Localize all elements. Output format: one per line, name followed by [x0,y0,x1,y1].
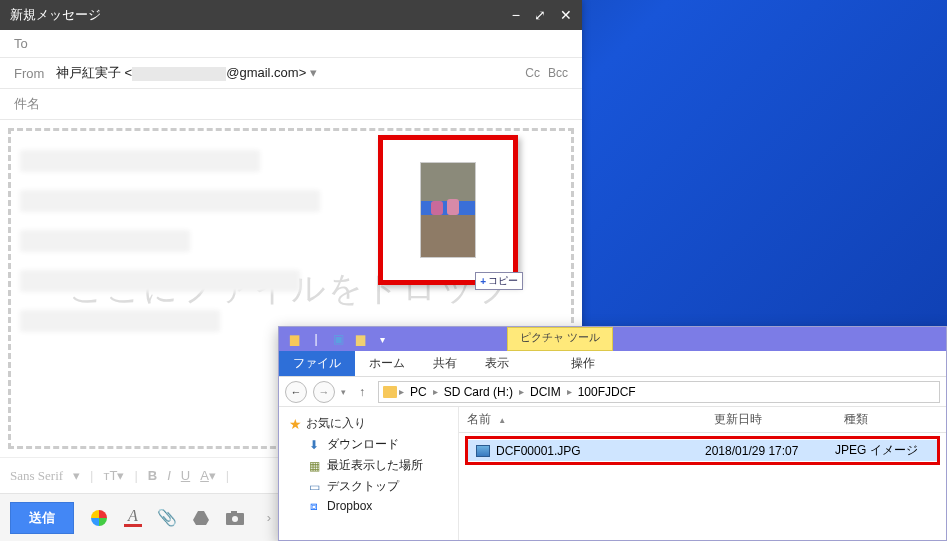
chevron-right-icon[interactable]: ▸ [433,386,438,397]
sidebar-item-dropbox[interactable]: ⧈ Dropbox [283,497,454,515]
recent-icon: ▦ [307,459,321,473]
qa-overflow-icon[interactable]: ▾ [373,330,391,348]
font-picker[interactable]: Sans Serif [10,468,63,484]
favorites-header[interactable]: ★ お気に入り [283,413,454,434]
chevron-right-icon[interactable]: ▸ [519,386,524,397]
sidebar-item-label: 最近表示した場所 [327,457,423,474]
blurred-content [20,150,320,332]
photo-icon[interactable] [226,509,244,527]
download-icon: ⬇ [307,438,321,452]
cc-link[interactable]: Cc [525,66,540,80]
image-file-icon [476,445,490,457]
svg-rect-3 [231,511,237,514]
font-size-icon[interactable]: тТ▾ [103,468,124,483]
qa-separator: | [307,330,325,348]
chrome-globe-icon[interactable] [90,509,108,527]
folder-icon [383,386,397,398]
breadcrumb-seg[interactable]: 100FJDCF [574,385,640,399]
nav-up-button[interactable]: ↑ [352,382,372,402]
folder-icon[interactable]: ▆ [285,330,303,348]
bcc-link[interactable]: Bcc [548,66,568,80]
tab-share[interactable]: 共有 [419,351,471,376]
column-header-name[interactable]: 名前 ▲ [459,407,706,432]
sidebar-item-desktop[interactable]: ▭ デスクトップ [283,476,454,497]
ribbon-tabs: ファイル ホーム 共有 表示 操作 [279,351,946,377]
to-field-row[interactable]: To [0,30,582,58]
italic-icon[interactable]: I [167,468,171,483]
subject-field-row[interactable]: 件名 [0,89,582,120]
from-field-row[interactable]: From 神戸紅実子 <@gmail.com> ▾ Cc Bcc [0,58,582,89]
formatting-icon[interactable]: A [124,509,142,527]
file-name: DCF00001.JPG [496,444,581,458]
file-date: 2018/01/29 17:07 [697,442,827,460]
from-label: From [14,66,48,81]
minimize-icon[interactable]: − [512,7,520,23]
breadcrumb-seg[interactable]: PC [406,385,431,399]
attachment-thumbnail[interactable] [420,162,476,258]
file-explorer-window: ▆ | ▣ ▆ ▾ ピクチャ ツール ファイル ホーム 共有 表示 操作 ← →… [278,326,947,541]
explorer-body: ★ お気に入り ⬇ ダウンロード ▦ 最近表示した場所 ▭ デスクトップ ⧈ D… [279,407,946,540]
tab-view[interactable]: 表示 [471,351,523,376]
sidebar-item-label: デスクトップ [327,478,399,495]
from-value: 神戸紅実子 <@gmail.com> ▾ [56,64,517,82]
chevron-down-icon[interactable]: ▾ [73,468,80,483]
dragged-attachment-highlight: + コピー [378,135,518,285]
navigation-pane[interactable]: ★ お気に入り ⬇ ダウンロード ▦ 最近表示した場所 ▭ デスクトップ ⧈ D… [279,407,459,540]
file-type: JPEG イメージ [827,440,937,461]
expand-icon[interactable]: ⤢ [534,7,546,23]
star-icon: ★ [289,416,302,432]
desktop-icon: ▭ [307,480,321,494]
chevron-right-icon[interactable]: ▸ [567,386,572,397]
new-folder-icon[interactable]: ▆ [351,330,369,348]
attach-icon[interactable]: 📎 [158,509,176,527]
chevron-down-icon[interactable]: ▾ [310,65,317,80]
sort-indicator-icon: ▲ [494,416,506,425]
nav-history-icon[interactable]: ▾ [341,387,346,397]
chevron-right-icon[interactable]: ▸ [399,386,404,397]
column-headers: 名前 ▲ 更新日時 種類 [459,407,946,433]
properties-icon[interactable]: ▣ [329,330,347,348]
sidebar-item-downloads[interactable]: ⬇ ダウンロード [283,434,454,455]
to-label: To [14,36,48,51]
svg-point-2 [232,516,238,522]
dropbox-icon: ⧈ [307,499,321,513]
compose-titlebar: 新規メッセージ − ⤢ ✕ [0,0,582,30]
underline-icon[interactable]: U [181,468,190,483]
compose-title: 新規メッセージ [10,6,101,24]
sidebar-item-label: Dropbox [327,499,372,513]
column-header-date[interactable]: 更新日時 [706,407,836,432]
copy-badge: + コピー [475,272,523,290]
redacted-email [132,67,226,81]
compose-window-buttons: − ⤢ ✕ [512,7,572,23]
file-list-pane[interactable]: 名前 ▲ 更新日時 種類 DCF00001.JPG 2018/01/29 17:… [459,407,946,540]
picture-tools-tab[interactable]: ピクチャ ツール [507,327,613,351]
breadcrumb-seg[interactable]: DCIM [526,385,565,399]
plus-icon: + [480,276,486,287]
text-color-icon[interactable]: A▾ [200,468,216,483]
nav-back-button[interactable]: ← [285,381,307,403]
subject-placeholder: 件名 [14,95,40,113]
quick-access-toolbar: ▆ | ▣ ▆ ▾ [285,330,391,348]
tab-home[interactable]: ホーム [355,351,419,376]
explorer-titlebar[interactable]: ▆ | ▣ ▆ ▾ ピクチャ ツール [279,327,946,351]
file-row[interactable]: DCF00001.JPG 2018/01/29 17:07 JPEG イメージ [468,440,937,461]
sidebar-item-label: ダウンロード [327,436,399,453]
column-header-type[interactable]: 種類 [836,407,946,432]
breadcrumb[interactable]: ▸ PC ▸ SD Card (H:) ▸ DCIM ▸ 100FJDCF [378,381,940,403]
address-bar-row: ← → ▾ ↑ ▸ PC ▸ SD Card (H:) ▸ DCIM ▸ 100… [279,377,946,407]
send-button[interactable]: 送信 [10,502,74,534]
svg-marker-0 [193,511,209,525]
sidebar-item-recent[interactable]: ▦ 最近表示した場所 [283,455,454,476]
more-chevron-icon[interactable]: › [260,509,278,527]
bold-icon[interactable]: B [148,468,157,483]
tab-manage[interactable]: 操作 [557,351,609,376]
drive-icon[interactable] [192,509,210,527]
breadcrumb-seg[interactable]: SD Card (H:) [440,385,517,399]
close-icon[interactable]: ✕ [560,7,572,23]
nav-forward-button[interactable]: → [313,381,335,403]
tab-file[interactable]: ファイル [279,351,355,376]
file-row-highlight: DCF00001.JPG 2018/01/29 17:07 JPEG イメージ [465,436,940,465]
